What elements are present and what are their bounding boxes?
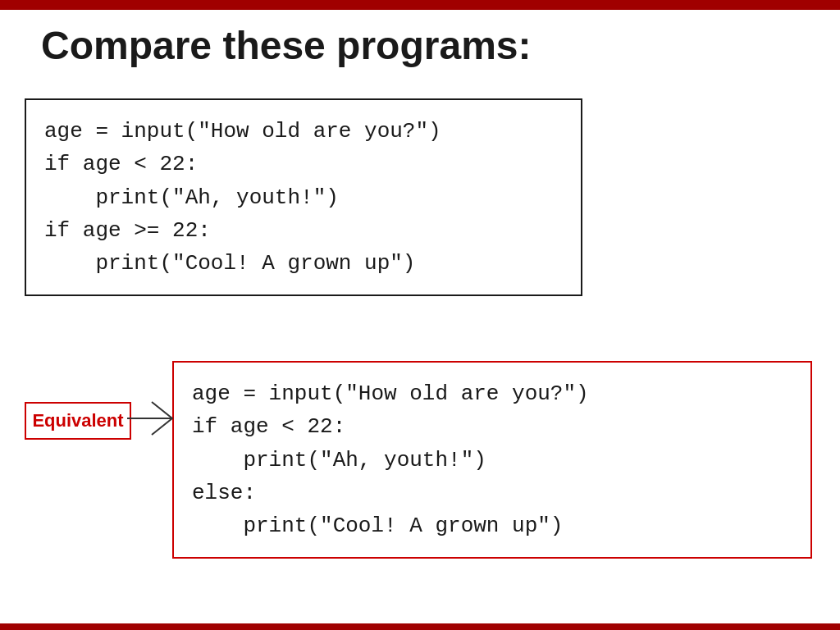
arrow-icon — [127, 394, 185, 443]
code-box-1: age = input("How old are you?") if age <… — [25, 98, 582, 296]
page-title: Compare these programs: — [41, 23, 799, 68]
code-box-2: age = input("How old are you?") if age <… — [172, 361, 812, 559]
equivalent-label: Equivalent — [25, 402, 131, 440]
top-bar — [0, 0, 840, 10]
code-block-2: age = input("How old are you?") if age <… — [192, 377, 792, 542]
bottom-bar — [0, 623, 840, 630]
code-block-1: age = input("How old are you?") if age <… — [44, 115, 563, 280]
